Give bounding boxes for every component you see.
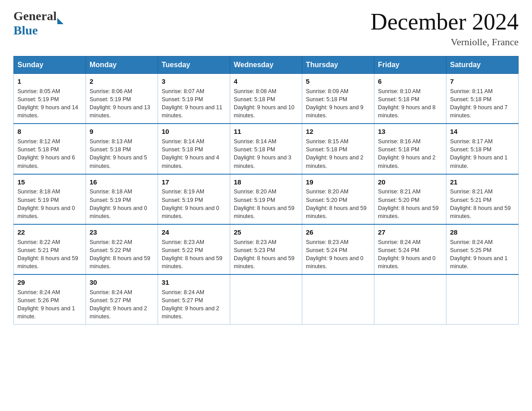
month-title: December 2024 bbox=[370, 9, 519, 34]
day-info: Sunrise: 8:18 AMSunset: 5:19 PMDaylight:… bbox=[17, 188, 82, 220]
calendar-cell: 3Sunrise: 8:07 AMSunset: 5:19 PMDaylight… bbox=[158, 74, 230, 124]
day-number: 14 bbox=[450, 127, 515, 137]
calendar-body: 1Sunrise: 8:05 AMSunset: 5:19 PMDaylight… bbox=[14, 74, 519, 325]
day-info: Sunrise: 8:24 AMSunset: 5:26 PMDaylight:… bbox=[17, 288, 82, 321]
calendar-week-row: 15Sunrise: 8:18 AMSunset: 5:19 PMDayligh… bbox=[14, 174, 519, 224]
calendar-cell: 30Sunrise: 8:24 AMSunset: 5:27 PMDayligh… bbox=[86, 274, 158, 325]
calendar-cell: 22Sunrise: 8:22 AMSunset: 5:21 PMDayligh… bbox=[14, 224, 86, 274]
day-number: 28 bbox=[450, 227, 515, 237]
day-number: 29 bbox=[17, 278, 82, 287]
calendar-cell: 19Sunrise: 8:20 AMSunset: 5:20 PMDayligh… bbox=[302, 174, 374, 224]
day-info: Sunrise: 8:24 AMSunset: 5:24 PMDaylight:… bbox=[378, 238, 442, 271]
calendar-cell bbox=[302, 274, 374, 325]
header-day-saturday: Saturday bbox=[446, 56, 519, 74]
day-number: 5 bbox=[306, 77, 370, 86]
day-info: Sunrise: 8:16 AMSunset: 5:18 PMDaylight:… bbox=[378, 137, 442, 170]
day-number: 7 bbox=[450, 77, 515, 86]
day-number: 31 bbox=[162, 278, 226, 287]
day-number: 12 bbox=[306, 127, 370, 137]
header-day-wednesday: Wednesday bbox=[230, 56, 302, 74]
calendar-cell: 28Sunrise: 8:24 AMSunset: 5:25 PMDayligh… bbox=[446, 224, 519, 274]
day-info: Sunrise: 8:17 AMSunset: 5:18 PMDaylight:… bbox=[450, 137, 515, 170]
calendar-cell: 23Sunrise: 8:22 AMSunset: 5:22 PMDayligh… bbox=[86, 224, 158, 274]
day-number: 30 bbox=[90, 278, 154, 287]
title-block: December 2024 Verniolle, France bbox=[370, 9, 519, 48]
day-info: Sunrise: 8:18 AMSunset: 5:19 PMDaylight:… bbox=[90, 188, 154, 220]
page-header: General Blue December 2024 Verniolle, Fr… bbox=[13, 9, 519, 48]
day-number: 3 bbox=[162, 77, 226, 86]
calendar-week-row: 8Sunrise: 8:12 AMSunset: 5:18 PMDaylight… bbox=[14, 124, 519, 174]
calendar-cell bbox=[374, 274, 446, 325]
calendar-cell: 27Sunrise: 8:24 AMSunset: 5:24 PMDayligh… bbox=[374, 224, 446, 274]
calendar-cell: 10Sunrise: 8:14 AMSunset: 5:18 PMDayligh… bbox=[158, 124, 230, 174]
day-number: 19 bbox=[306, 177, 370, 187]
day-number: 24 bbox=[162, 227, 226, 237]
day-info: Sunrise: 8:07 AMSunset: 5:19 PMDaylight:… bbox=[162, 87, 226, 120]
day-info: Sunrise: 8:05 AMSunset: 5:19 PMDaylight:… bbox=[17, 87, 82, 120]
day-info: Sunrise: 8:10 AMSunset: 5:18 PMDaylight:… bbox=[378, 87, 442, 120]
day-number: 23 bbox=[90, 227, 154, 237]
day-info: Sunrise: 8:22 AMSunset: 5:21 PMDaylight:… bbox=[17, 238, 82, 271]
day-number: 2 bbox=[90, 77, 154, 86]
calendar-cell: 29Sunrise: 8:24 AMSunset: 5:26 PMDayligh… bbox=[14, 274, 86, 325]
calendar-cell: 6Sunrise: 8:10 AMSunset: 5:18 PMDaylight… bbox=[374, 74, 446, 124]
calendar-cell: 18Sunrise: 8:20 AMSunset: 5:19 PMDayligh… bbox=[230, 174, 302, 224]
day-info: Sunrise: 8:23 AMSunset: 5:24 PMDaylight:… bbox=[306, 238, 370, 271]
day-info: Sunrise: 8:22 AMSunset: 5:22 PMDaylight:… bbox=[90, 238, 154, 271]
day-info: Sunrise: 8:20 AMSunset: 5:19 PMDaylight:… bbox=[234, 188, 298, 220]
calendar-cell: 2Sunrise: 8:06 AMSunset: 5:19 PMDaylight… bbox=[86, 74, 158, 124]
day-number: 17 bbox=[162, 177, 226, 187]
header-day-tuesday: Tuesday bbox=[158, 56, 230, 74]
day-info: Sunrise: 8:13 AMSunset: 5:18 PMDaylight:… bbox=[90, 137, 154, 170]
calendar-cell: 26Sunrise: 8:23 AMSunset: 5:24 PMDayligh… bbox=[302, 224, 374, 274]
day-number: 1 bbox=[17, 77, 82, 86]
day-info: Sunrise: 8:23 AMSunset: 5:22 PMDaylight:… bbox=[162, 238, 226, 271]
day-info: Sunrise: 8:19 AMSunset: 5:19 PMDaylight:… bbox=[162, 188, 226, 220]
day-info: Sunrise: 8:24 AMSunset: 5:27 PMDaylight:… bbox=[90, 288, 154, 321]
calendar-cell: 4Sunrise: 8:08 AMSunset: 5:18 PMDaylight… bbox=[230, 74, 302, 124]
day-number: 8 bbox=[17, 127, 82, 137]
calendar-cell: 25Sunrise: 8:23 AMSunset: 5:23 PMDayligh… bbox=[230, 224, 302, 274]
calendar-cell: 24Sunrise: 8:23 AMSunset: 5:22 PMDayligh… bbox=[158, 224, 230, 274]
logo-general-text: General bbox=[13, 9, 56, 23]
day-number: 11 bbox=[234, 127, 298, 137]
day-info: Sunrise: 8:21 AMSunset: 5:21 PMDaylight:… bbox=[450, 188, 515, 220]
calendar-cell: 1Sunrise: 8:05 AMSunset: 5:19 PMDaylight… bbox=[14, 74, 86, 124]
day-number: 26 bbox=[306, 227, 370, 237]
day-info: Sunrise: 8:08 AMSunset: 5:18 PMDaylight:… bbox=[234, 87, 298, 120]
calendar-cell: 21Sunrise: 8:21 AMSunset: 5:21 PMDayligh… bbox=[446, 174, 519, 224]
day-number: 4 bbox=[234, 77, 298, 86]
day-info: Sunrise: 8:14 AMSunset: 5:18 PMDaylight:… bbox=[234, 137, 298, 170]
day-number: 6 bbox=[378, 77, 442, 86]
day-info: Sunrise: 8:15 AMSunset: 5:18 PMDaylight:… bbox=[306, 137, 370, 170]
header-day-friday: Friday bbox=[374, 56, 446, 74]
calendar-cell: 14Sunrise: 8:17 AMSunset: 5:18 PMDayligh… bbox=[446, 124, 519, 174]
calendar-cell bbox=[230, 274, 302, 325]
calendar-cell: 11Sunrise: 8:14 AMSunset: 5:18 PMDayligh… bbox=[230, 124, 302, 174]
day-number: 22 bbox=[17, 227, 82, 237]
calendar-cell: 31Sunrise: 8:24 AMSunset: 5:27 PMDayligh… bbox=[158, 274, 230, 325]
day-number: 25 bbox=[234, 227, 298, 237]
calendar-cell: 16Sunrise: 8:18 AMSunset: 5:19 PMDayligh… bbox=[86, 174, 158, 224]
calendar-cell: 5Sunrise: 8:09 AMSunset: 5:18 PMDaylight… bbox=[302, 74, 374, 124]
calendar-cell bbox=[446, 274, 519, 325]
day-info: Sunrise: 8:11 AMSunset: 5:18 PMDaylight:… bbox=[450, 87, 515, 120]
calendar-cell: 8Sunrise: 8:12 AMSunset: 5:18 PMDaylight… bbox=[14, 124, 86, 174]
day-number: 16 bbox=[90, 177, 154, 187]
day-number: 21 bbox=[450, 177, 515, 187]
day-info: Sunrise: 8:06 AMSunset: 5:19 PMDaylight:… bbox=[90, 87, 154, 120]
day-info: Sunrise: 8:24 AMSunset: 5:27 PMDaylight:… bbox=[162, 288, 226, 321]
calendar-cell: 17Sunrise: 8:19 AMSunset: 5:19 PMDayligh… bbox=[158, 174, 230, 224]
day-number: 18 bbox=[234, 177, 298, 187]
calendar-week-row: 29Sunrise: 8:24 AMSunset: 5:26 PMDayligh… bbox=[14, 274, 519, 325]
day-number: 27 bbox=[378, 227, 442, 237]
calendar-cell: 20Sunrise: 8:21 AMSunset: 5:20 PMDayligh… bbox=[374, 174, 446, 224]
calendar-table: SundayMondayTuesdayWednesdayThursdayFrid… bbox=[13, 56, 519, 325]
day-number: 15 bbox=[17, 177, 82, 187]
location-text: Verniolle, France bbox=[370, 36, 519, 48]
calendar-cell: 9Sunrise: 8:13 AMSunset: 5:18 PMDaylight… bbox=[86, 124, 158, 174]
calendar-cell: 15Sunrise: 8:18 AMSunset: 5:19 PMDayligh… bbox=[14, 174, 86, 224]
day-info: Sunrise: 8:09 AMSunset: 5:18 PMDaylight:… bbox=[306, 87, 370, 120]
day-number: 10 bbox=[162, 127, 226, 137]
day-number: 13 bbox=[378, 127, 442, 137]
